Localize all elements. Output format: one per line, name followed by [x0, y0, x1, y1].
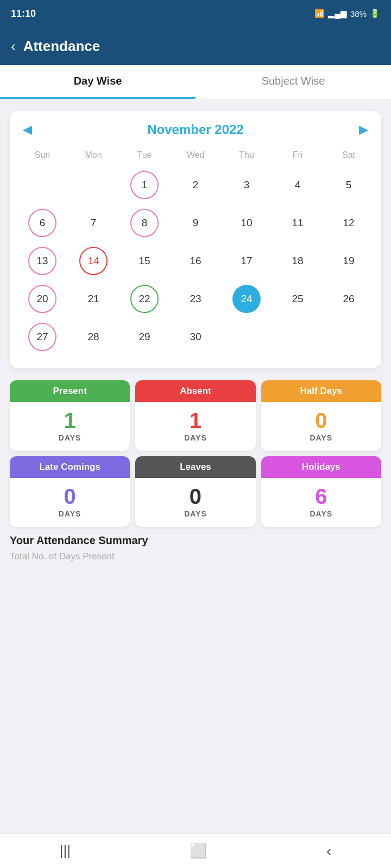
nav-recent-apps-button[interactable]: ||| [60, 843, 71, 859]
cal-cell-29[interactable]: 29 [119, 318, 169, 355]
calendar-grid: Sun Mon Tue Wed Thu Fri Sat 1 2 3 4 5 6 … [17, 147, 374, 355]
cal-cell-empty-2 [68, 167, 118, 203]
nav-back-button[interactable]: ‹ [326, 843, 331, 860]
page-title: Attendance [23, 38, 100, 55]
calendar-month-year: November 2022 [147, 122, 243, 137]
back-button[interactable]: ‹ [11, 38, 16, 55]
stat-unit-leaves: DAYS [140, 509, 251, 518]
cal-cell-3[interactable]: 3 [222, 167, 272, 203]
stat-number-present: 1 [14, 410, 125, 431]
cal-cell-26[interactable]: 26 [324, 280, 374, 317]
cal-cell-5[interactable]: 5 [324, 167, 374, 203]
cal-cell-1[interactable]: 1 [119, 167, 169, 203]
cal-cell-19[interactable]: 19 [324, 242, 374, 279]
day-label-mon: Mon [68, 147, 118, 165]
calendar-card: ◀ November 2022 ▶ Sun Mon Tue Wed Thu Fr… [10, 111, 381, 368]
stat-card-holidays: Holidays 6 DAYS [261, 456, 381, 527]
stat-value-leaves: 0 DAYS [135, 478, 255, 527]
stat-label-halfdays: Half Days [261, 380, 381, 402]
cal-cell-11[interactable]: 11 [273, 205, 323, 241]
stat-unit-holidays: DAYS [266, 509, 377, 518]
cal-cell-12[interactable]: 12 [324, 205, 374, 241]
cal-cell-30[interactable]: 30 [171, 318, 220, 355]
stat-unit-present: DAYS [14, 433, 125, 442]
cal-cell-23[interactable]: 23 [171, 280, 220, 317]
status-icons: 📶 ▂▄▆ 38% 🔋 [314, 9, 380, 18]
cal-cell-27[interactable]: 27 [17, 318, 67, 355]
nav-home-button[interactable]: ⬜ [190, 843, 207, 859]
stat-card-present: Present 1 DAYS [10, 380, 130, 451]
cal-cell-17[interactable]: 17 [222, 242, 272, 279]
stat-number-absent: 1 [140, 410, 251, 431]
stat-number-halfdays: 0 [266, 410, 377, 431]
tab-subjectwise[interactable]: Subject Wise [195, 65, 391, 99]
tabs-container: Day Wise Subject Wise [0, 65, 391, 99]
cal-cell-15[interactable]: 15 [119, 242, 169, 279]
summary-title: Your Attendance Summary [10, 534, 381, 547]
cal-cell-empty-1 [17, 167, 67, 203]
stat-label-present: Present [10, 380, 130, 402]
stat-value-halfdays: 0 DAYS [261, 402, 381, 451]
stat-label-latecomings: Late Comings [10, 456, 130, 478]
cal-cell-empty-4 [273, 318, 323, 355]
app-header: ‹ Attendance [0, 27, 391, 65]
battery-text: 38% [350, 9, 367, 18]
stat-label-absent: Absent [135, 380, 255, 402]
summary-section: Your Attendance Summary Total No. of Day… [10, 534, 381, 562]
cal-cell-empty-3 [222, 318, 272, 355]
wifi-icon: 📶 [314, 9, 325, 18]
bottom-nav: ||| ⬜ ‹ [0, 833, 391, 868]
stat-label-holidays: Holidays [261, 456, 381, 478]
day-label-fri: Fri [273, 147, 323, 165]
cal-cell-7[interactable]: 7 [68, 205, 118, 241]
stat-value-holidays: 6 DAYS [261, 478, 381, 527]
day-label-wed: Wed [171, 147, 220, 165]
cal-cell-14[interactable]: 14 [68, 242, 118, 279]
cal-cell-20[interactable]: 20 [17, 280, 67, 317]
stats-grid: Present 1 DAYS Absent 1 DAYS Half Days 0… [10, 380, 381, 527]
summary-subtitle: Total No. of Days Present [10, 551, 381, 562]
day-label-thu: Thu [222, 147, 272, 165]
stat-value-absent: 1 DAYS [135, 402, 255, 451]
battery-icon: 🔋 [370, 9, 380, 18]
day-label-sun: Sun [17, 147, 67, 165]
cal-cell-6[interactable]: 6 [17, 205, 67, 241]
status-bar: 11:10 📶 ▂▄▆ 38% 🔋 [0, 0, 391, 27]
cal-cell-22[interactable]: 22 [119, 280, 169, 317]
stat-unit-absent: DAYS [140, 433, 251, 442]
stat-card-leaves: Leaves 0 DAYS [135, 456, 255, 527]
cal-cell-4[interactable]: 4 [273, 167, 323, 203]
day-label-sat: Sat [324, 147, 374, 165]
stat-card-halfdays: Half Days 0 DAYS [261, 380, 381, 451]
cal-cell-8[interactable]: 8 [119, 205, 169, 241]
cal-cell-24[interactable]: 24 [222, 280, 272, 317]
stat-card-latecomings: Late Comings 0 DAYS [10, 456, 130, 527]
stat-number-holidays: 6 [266, 486, 377, 507]
stat-value-latecomings: 0 DAYS [10, 478, 130, 527]
cal-cell-13[interactable]: 13 [17, 242, 67, 279]
cal-cell-21[interactable]: 21 [68, 280, 118, 317]
stat-label-leaves: Leaves [135, 456, 255, 478]
cal-cell-25[interactable]: 25 [273, 280, 323, 317]
prev-month-button[interactable]: ◀ [17, 123, 37, 137]
stat-card-absent: Absent 1 DAYS [135, 380, 255, 451]
stat-number-latecomings: 0 [14, 486, 125, 507]
calendar-header: ◀ November 2022 ▶ [17, 122, 374, 137]
status-time: 11:10 [11, 8, 36, 20]
stat-unit-latecomings: DAYS [14, 509, 125, 518]
signal-icon: ▂▄▆ [328, 9, 347, 18]
cal-cell-28[interactable]: 28 [68, 318, 118, 355]
day-label-tue: Tue [119, 147, 169, 165]
tab-daywise[interactable]: Day Wise [0, 65, 195, 99]
stat-value-present: 1 DAYS [10, 402, 130, 451]
cal-cell-empty-5 [324, 318, 374, 355]
cal-cell-2[interactable]: 2 [171, 167, 220, 203]
cal-cell-16[interactable]: 16 [171, 242, 220, 279]
cal-cell-18[interactable]: 18 [273, 242, 323, 279]
stat-number-leaves: 0 [140, 486, 251, 507]
stat-unit-halfdays: DAYS [266, 433, 377, 442]
cal-cell-9[interactable]: 9 [171, 205, 220, 241]
cal-cell-10[interactable]: 10 [222, 205, 272, 241]
next-month-button[interactable]: ▶ [354, 123, 374, 137]
